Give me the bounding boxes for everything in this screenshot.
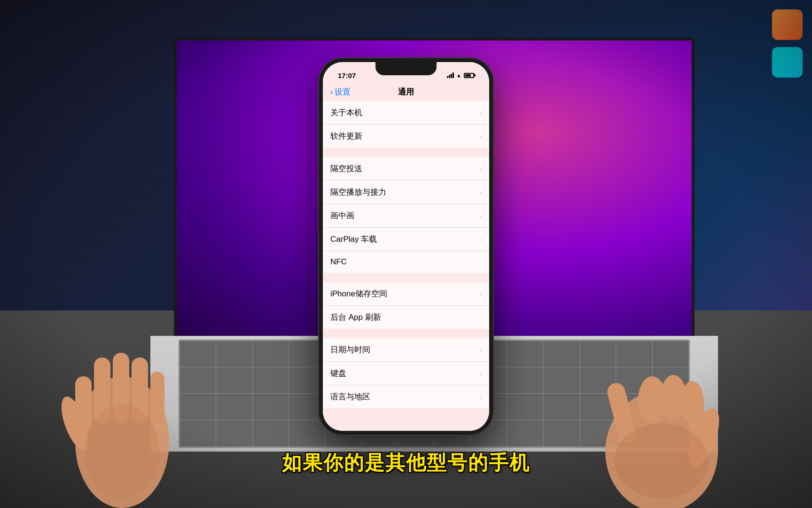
settings-content: 关于本机 › 软件更新 › 隔空投送 › 隔空播放与接力 › [323,101,489,423]
desktop-icons [772,9,803,78]
section-gap-1 [323,148,489,157]
nav-back-label[interactable]: 设置 [335,87,351,97]
back-chevron-icon: ‹ [330,87,333,97]
subtitle-text: 如果你的是其他型号的手机 [282,452,530,474]
section-gap-3 [323,329,489,338]
about-label: 关于本机 [330,107,362,118]
settings-row-software[interactable]: 软件更新 › [323,125,489,148]
chevron-icon-storage: › [479,290,482,298]
settings-row-airplay[interactable]: 隔空播放与接力 › [323,181,489,204]
nav-back-button[interactable]: ‹ 设置 [330,87,351,97]
settings-row-background[interactable]: 后台 App 刷新 › [323,306,489,329]
desktop-icon-1 [772,9,803,40]
chevron-icon-airdrop: › [479,165,482,173]
keyboard-setting-label: 键盘 [330,368,346,379]
chevron-icon-software: › [479,133,482,140]
settings-row-language[interactable]: 语言与地区 › [323,385,489,408]
chevron-icon-language: › [479,393,482,401]
airplay-label: 隔空播放与接力 [330,187,386,198]
language-label: 语言与地区 [330,391,370,402]
nav-title: 通用 [398,87,414,97]
settings-row-storage[interactable]: iPhone储存空间 › [323,282,489,306]
chevron-icon-airplay: › [479,189,482,196]
status-time: 17:07 [334,71,356,79]
settings-row-pip[interactable]: 画中画 › [323,204,489,228]
carplay-label: CarPlay 车载 [330,234,377,245]
settings-row-datetime[interactable]: 日期与时间 › [323,338,489,362]
chevron-icon-keyboard: › [479,370,482,377]
signal-bar-4 [453,72,454,78]
pip-label: 画中画 [330,210,354,221]
desktop-icon-2 [772,47,803,78]
chevron-icon-about: › [479,109,482,117]
signal-bar-2 [449,75,450,78]
datetime-label: 日期与时间 [330,344,370,355]
signal-bar-1 [447,76,448,78]
chevron-icon-carplay: › [479,236,482,243]
airdrop-label: 隔空投送 [330,163,362,174]
signal-bar-3 [451,74,452,78]
chevron-icon-datetime: › [479,346,482,354]
chevron-icon-pip: › [479,212,482,220]
status-icons: ▲ [447,72,478,78]
section-gap-2 [323,273,489,282]
background-app-label: 后台 App 刷新 [330,312,381,323]
battery-fill [465,74,471,77]
software-update-label: 软件更新 [330,131,362,142]
settings-row-keyboard[interactable]: 键盘 › [323,362,489,385]
nfc-label: NFC [330,257,347,267]
storage-label: iPhone储存空间 [330,288,387,299]
wifi-icon: ▲ [456,72,461,78]
battery-icon [464,73,474,78]
subtitle-container: 如果你的是其他型号的手机 [0,446,812,480]
settings-row-airdrop[interactable]: 隔空投送 › [323,157,489,181]
iphone-device: 17:07 ▲ ‹ 设置 通用 [319,58,493,435]
iphone-notch [375,62,437,75]
nav-bar: ‹ 设置 通用 [323,85,489,101]
settings-row-about[interactable]: 关于本机 › [323,101,489,125]
settings-section-1: 关于本机 › 软件更新 › [323,101,489,148]
settings-row-nfc[interactable]: NFC › [323,251,489,273]
settings-section-3: iPhone储存空间 › 后台 App 刷新 › [323,282,489,329]
settings-section-4: 日期与时间 › 键盘 › 语言与地区 › [323,338,489,408]
signal-bars [447,72,454,78]
iphone-screen: 17:07 ▲ ‹ 设置 通用 [323,62,489,431]
settings-section-2: 隔空投送 › 隔空播放与接力 › 画中画 › CarPlay 车载 › NFC [323,157,489,273]
settings-row-carplay[interactable]: CarPlay 车载 › [323,228,489,251]
